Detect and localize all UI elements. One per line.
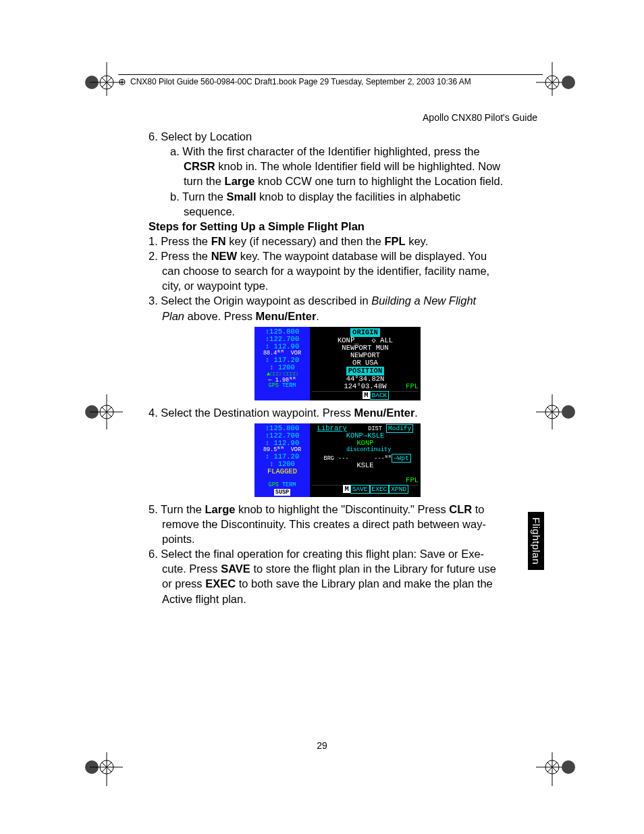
running-head: Apollo CNX80 Pilot's Guide [423, 112, 537, 123]
origin-region: OR USA [312, 359, 419, 367]
step6-line2: cute. Press SAVE to store the flight pla… [149, 562, 527, 575]
step6-line1: 6. Select the final operation for creati… [149, 547, 527, 561]
fpl-dest: KSLE [312, 462, 419, 469]
step4: 4. Select the Destination waypoint. Pres… [149, 406, 527, 419]
origin-ident-row: KONP̲ ◇ ALL [312, 337, 419, 344]
exec-softkey: EXEC [370, 485, 390, 494]
svg-point-0 [85, 76, 99, 89]
step1: 1. Press the FN key (if necessary) and t… [149, 234, 527, 248]
book-header-text: CNX80 Pilot Guide 560-0984-00C Draft1.bo… [130, 77, 471, 86]
menu-indicator2: M [343, 485, 350, 493]
susp-indicator: SUSP [274, 489, 290, 496]
step6a-line2: CRSR knob in. The whole Identifier field… [149, 159, 527, 173]
menu-indicator: M [363, 391, 369, 399]
step2-line2: can choose to search for a waypoint by t… [149, 264, 527, 278]
step5-line2: remove the Discontinuity. This creates a… [149, 517, 527, 531]
step3-line1: 3. Select the Origin waypoint as describ… [149, 294, 527, 307]
header-mark-icon: ⊕ [118, 76, 126, 87]
svg-line-10 [547, 78, 557, 87]
xpdr-code: ↕ 1200 [256, 364, 308, 371]
fpl-softkey2: FPL [406, 477, 419, 484]
nav-standby-freq: ↕ 117.20 [256, 357, 308, 364]
body-content: 6. Select by Location a. With the first … [149, 130, 527, 607]
step6-head: 6. Select by Location [149, 130, 527, 143]
svg-point-12 [85, 405, 99, 419]
step6-line3: or press EXEC to both save the Library p… [149, 577, 527, 590]
svg-point-11 [562, 76, 575, 89]
device-screen-origin: ↕125.800 ↕122.700 ↕ 112.90 88.4ᴺᴹ VOR ↕ … [254, 327, 421, 400]
svg-line-29 [102, 762, 111, 772]
svg-line-21 [547, 407, 557, 417]
flagged-indicator: FLAGGED [256, 468, 308, 475]
wpt-softkey: →Wpt [392, 454, 411, 463]
crop-mark-bl [80, 751, 123, 794]
svg-line-17 [102, 407, 111, 417]
device2-right-column: Library DIST Modify KONP→KSLE KONP disco… [310, 423, 421, 497]
position-header: POSITION [346, 367, 384, 375]
book-header: ⊕ CNX80 Pilot Guide 560-0984-00C Draft1.… [118, 74, 543, 87]
step2-line1: 2. Press the NEW key. The waypoint datab… [149, 249, 527, 263]
svg-point-35 [562, 760, 575, 774]
svg-line-28 [102, 762, 111, 772]
svg-line-4 [102, 78, 111, 87]
svg-line-16 [102, 407, 111, 417]
crop-mark-mr [536, 390, 579, 434]
step2-line3: city, or waypoint type. [149, 279, 527, 292]
step6a-line3: turn the Large knob CCW one turn to high… [149, 174, 527, 188]
device1-right-column: ORIGIN KONP̲ ◇ ALL NEWPORT MUN NEWPORT O… [310, 327, 421, 400]
step6a-line1: a. With the first character of the Ident… [149, 145, 527, 158]
svg-line-9 [547, 78, 557, 87]
crop-mark-ml [80, 390, 123, 434]
crop-mark-br [536, 751, 579, 794]
modify-softkey: Modify [386, 424, 413, 433]
svg-point-27 [100, 760, 113, 774]
com-active-freq: ↕125.800 [256, 328, 308, 336]
svg-point-3 [100, 76, 113, 89]
step5-line1: 5. Turn the Large knob to highlight the … [149, 502, 527, 516]
step6b-line1: b. Turn the Small knob to display the fa… [149, 190, 527, 203]
svg-point-15 [100, 405, 113, 419]
device1-left-column: ↕125.800 ↕122.700 ↕ 112.90 88.4ᴺᴹ VOR ↕ … [254, 327, 310, 400]
svg-line-34 [547, 762, 557, 772]
section-tab-flightplan: Flightplan [528, 512, 544, 570]
xpnd-softkey: XPND [389, 485, 408, 494]
steps-heading: Steps for Setting Up a Simple Flight Pla… [149, 219, 527, 233]
gps-mode: GPS TERM [256, 383, 308, 389]
com-standby-freq: ↕122.700 [256, 336, 308, 343]
device1-softkeys: MBACK [312, 391, 419, 399]
back-softkey: BACK [370, 391, 390, 400]
svg-line-33 [547, 762, 557, 772]
step5-line3: points. [149, 532, 527, 546]
gps-mode2: GPS TERM [256, 482, 308, 488]
svg-point-8 [545, 76, 559, 89]
step3-line2: Plan above. Press Menu/Enter. [149, 309, 527, 323]
svg-point-23 [562, 405, 575, 419]
position-lon: 124°03.48WFPL [312, 383, 419, 390]
device-screen-library: ↕125.800 ↕122.700 ↕ 112.90 89.5ᴺᴹ VOR ↕ … [254, 423, 421, 497]
device2-left-column: ↕125.800 ↕122.700 ↕ 112.90 89.5ᴺᴹ VOR ↕ … [254, 423, 310, 497]
svg-line-5 [102, 78, 111, 87]
fpl-softkey: FPL [406, 383, 419, 390]
device2-softkeys: MSAVEEXECXPND [312, 485, 419, 493]
svg-point-20 [545, 405, 559, 419]
svg-line-22 [547, 407, 557, 417]
page-number: 29 [0, 740, 644, 751]
step6-line4: Active flight plan. [149, 592, 527, 606]
crop-mark-tl [80, 55, 123, 99]
step6b-line2: sequence. [149, 205, 527, 218]
save-softkey: SAVE [350, 485, 370, 494]
svg-point-24 [85, 760, 99, 774]
svg-point-32 [545, 760, 559, 774]
